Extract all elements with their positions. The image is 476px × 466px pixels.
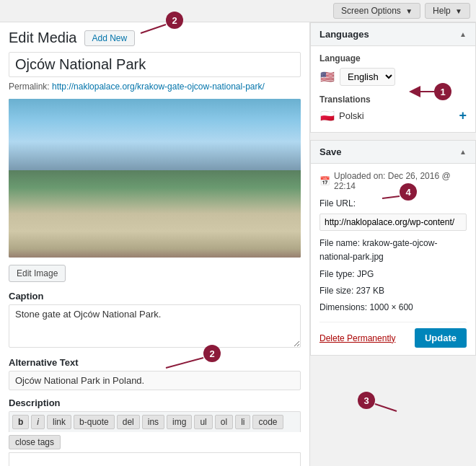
- polski-lang: 🇵🇱 Polski: [319, 110, 364, 121]
- save-actions: Delete Permanently Update: [319, 322, 467, 348]
- dimensions-value: 1000 × 600: [369, 302, 413, 312]
- left-column: Edit Media Add New Permalink: http://nak…: [0, 22, 310, 466]
- toolbar-link-button[interactable]: link: [47, 415, 71, 429]
- languages-panel-header[interactable]: Languages ▲: [311, 23, 475, 46]
- toolbar-bold-button[interactable]: b: [12, 415, 29, 429]
- file-name-meta: File name: krakow-gate-ojcow-national-pa…: [319, 237, 467, 264]
- us-flag-icon: 🇺🇸: [319, 71, 335, 83]
- translations-label: Translations: [319, 94, 467, 105]
- polski-translation-row: 🇵🇱 Polski +: [319, 109, 467, 122]
- languages-panel-title: Languages: [319, 29, 369, 40]
- toolbar-ol-button[interactable]: ol: [215, 415, 233, 429]
- toolbar-bquote-button[interactable]: b-quote: [74, 415, 115, 429]
- screen-options-chevron-icon: ▼: [405, 7, 413, 15]
- main-content: Edit Media Add New Permalink: http://nak…: [0, 22, 476, 466]
- description-textarea[interactable]: [9, 452, 301, 466]
- add-new-button[interactable]: Add New: [84, 30, 136, 46]
- media-image: [9, 99, 301, 258]
- file-url-label: File URL:: [319, 197, 467, 211]
- permalink-row: Permalink: http://naklopalace.org/krakow…: [9, 82, 301, 92]
- page-title: Edit Media: [9, 30, 77, 46]
- add-translation-button[interactable]: +: [459, 109, 467, 122]
- toolbar-code-button[interactable]: code: [252, 415, 283, 429]
- help-chevron-icon: ▼: [455, 7, 462, 15]
- save-panel-title: Save: [319, 146, 341, 157]
- delete-permanently-button[interactable]: Delete Permanently: [319, 333, 395, 343]
- calendar-icon: 📅: [319, 176, 330, 186]
- languages-panel: Languages ▲ Language 🇺🇸 English Translat…: [310, 22, 476, 133]
- toolbar-li-button[interactable]: li: [235, 415, 250, 429]
- page-title-row: Edit Media Add New: [9, 30, 301, 46]
- languages-panel-body: Language 🇺🇸 English Translations 🇵🇱 Pols…: [311, 46, 475, 132]
- save-panel: Save ▲ 📅 Uploaded on: Dec 26, 2016 @ 22:…: [310, 140, 476, 356]
- right-column: Languages ▲ Language 🇺🇸 English Translat…: [310, 22, 476, 466]
- alt-text-label: Alternative Text: [9, 357, 301, 368]
- description-label: Description: [9, 397, 301, 408]
- edit-image-button[interactable]: Edit Image: [9, 265, 66, 282]
- screen-options-button[interactable]: Screen Options ▼: [333, 3, 420, 19]
- save-panel-toggle-icon: ▲: [459, 148, 467, 156]
- save-panel-body: 📅 Uploaded on: Dec 26, 2016 @ 22:14 File…: [311, 164, 475, 355]
- caption-label: Caption: [9, 291, 301, 302]
- language-select[interactable]: English: [340, 68, 395, 86]
- permalink-link[interactable]: http://naklopalace.org/krakow-gate-ojcow…: [52, 82, 265, 92]
- language-label: Language: [319, 53, 467, 63]
- save-panel-header[interactable]: Save ▲: [311, 141, 475, 164]
- file-size-meta: File size: 237 KB: [319, 284, 467, 298]
- language-select-row: 🇺🇸 English: [319, 68, 467, 86]
- update-button[interactable]: Update: [415, 328, 467, 348]
- toolbar-del-button[interactable]: del: [117, 415, 140, 429]
- file-type-value: JPG: [357, 269, 374, 279]
- top-bar: Screen Options ▼ Help ▼: [0, 0, 476, 22]
- upload-info: 📅 Uploaded on: Dec 26, 2016 @ 22:14: [319, 171, 467, 191]
- toolbar-img-button[interactable]: img: [167, 415, 192, 429]
- toolbar-ul-button[interactable]: ul: [194, 415, 212, 429]
- file-size-value: 237 KB: [356, 286, 384, 296]
- languages-panel-toggle-icon: ▲: [459, 30, 467, 38]
- description-toolbar: b i link b-quote del ins img ul ol li co…: [9, 411, 301, 432]
- toolbar-italic-button[interactable]: i: [31, 415, 45, 429]
- alt-text-input[interactable]: [9, 371, 301, 390]
- file-url-input[interactable]: [319, 214, 467, 231]
- file-type-meta: File type: JPG: [319, 268, 467, 281]
- caption-textarea[interactable]: <span data-bind="media.caption_value"></…: [9, 304, 301, 348]
- help-button[interactable]: Help ▼: [425, 3, 470, 19]
- close-tags-button[interactable]: close tags: [9, 435, 61, 449]
- media-title-input[interactable]: [9, 52, 301, 77]
- toolbar-ins-button[interactable]: ins: [142, 415, 164, 429]
- pl-flag-icon: 🇵🇱: [319, 110, 335, 121]
- dimensions-meta: Dimensions: 1000 × 600: [319, 301, 467, 315]
- polski-label: Polski: [339, 110, 364, 121]
